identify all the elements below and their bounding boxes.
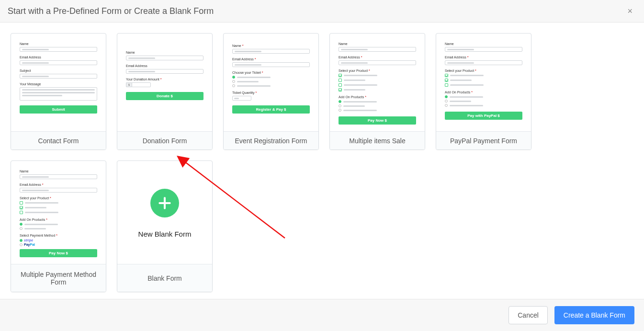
submit-button-preview: Submit — [20, 105, 97, 114]
checkbox-option — [445, 74, 522, 77]
radio-option — [339, 109, 416, 112]
field-label: Select your Product — [339, 69, 416, 72]
submit-button-preview: Pay Now $ — [339, 116, 416, 125]
template-card-paypal[interactable]: Name Email Address Select your Product A… — [436, 33, 531, 150]
checkbox-option — [339, 88, 416, 91]
currency-symbol: $ — [126, 82, 132, 87]
submit-button-preview: Pay with PayPal $ — [445, 112, 522, 120]
field-label: Add On Products — [445, 91, 522, 94]
checkbox-option — [445, 79, 522, 82]
field-label: Name — [20, 170, 97, 173]
create-blank-form-button[interactable]: Create a Blank Form — [554, 306, 634, 324]
text-field — [232, 49, 310, 54]
radio-option — [339, 100, 416, 103]
field-label: Email Address — [20, 183, 97, 186]
field-label: Name — [232, 44, 310, 47]
radio-option — [445, 104, 522, 107]
card-preview: Name Email Address Select your Product A… — [330, 34, 425, 131]
checkbox-option — [20, 201, 97, 205]
field-label: Name — [445, 42, 522, 46]
template-card-multi-sale[interactable]: Name Email Address Select your Product A… — [329, 33, 425, 150]
template-card-multi-payment[interactable]: Name Email Address Select your Product A… — [11, 160, 106, 292]
submit-button-preview: Register & Pay $ — [232, 105, 310, 114]
modal-header: Start with a Pre-Defined Form or Create … — [0, 0, 644, 23]
field-label: Name — [339, 42, 416, 46]
checkbox-option — [20, 206, 97, 209]
card-preview: Name Email Address Choose your Ticket Ti… — [224, 34, 318, 131]
field-label: Your Donation Amount — [126, 78, 203, 81]
field-label: Select Payment Method — [20, 234, 97, 237]
card-label: Donation Form — [117, 131, 212, 149]
radio-option — [232, 76, 310, 79]
stripe-option: stripe — [20, 239, 97, 242]
number-field — [232, 96, 251, 101]
cancel-button[interactable]: Cancel — [508, 306, 548, 324]
card-label: Multiple Payment Method Form — [11, 264, 106, 292]
card-label: Event Registration Form — [224, 131, 318, 149]
radio-option — [232, 84, 310, 87]
field-label: Choose your Ticket — [232, 71, 310, 74]
radio-option — [445, 95, 522, 98]
card-preview: Name Email Address Select your Product A… — [436, 34, 531, 131]
modal-body: Name Email Address Subject Your Message … — [0, 23, 644, 299]
template-card-contact[interactable]: Name Email Address Subject Your Message … — [11, 33, 106, 150]
card-preview: Name Email Address Your Donation Amount … — [117, 34, 212, 131]
template-card-event[interactable]: Name Email Address Choose your Ticket Ti… — [223, 33, 319, 150]
field-label: Add On Products — [339, 95, 416, 99]
field-label: Email Address — [232, 57, 310, 61]
card-label: Blank Form — [117, 264, 212, 292]
radio-option — [339, 104, 416, 107]
text-field — [20, 60, 97, 65]
text-field — [126, 69, 203, 74]
text-field — [20, 188, 97, 193]
text-field — [20, 174, 97, 179]
field-label: Email Address — [445, 56, 522, 59]
currency-field: $ — [126, 82, 203, 87]
modal-title: Start with a Pre-Defined Form or Create … — [8, 6, 214, 16]
text-field — [445, 60, 522, 65]
radio-option — [445, 100, 522, 103]
card-preview: New Blank Form — [117, 161, 212, 264]
plus-icon — [150, 189, 179, 217]
field-label: Email Address — [126, 64, 203, 68]
card-label: PayPal Payment Form — [436, 131, 531, 149]
field-label: Email Address — [20, 56, 97, 59]
blank-form-text: New Blank Form — [138, 230, 192, 238]
radio-option — [20, 223, 97, 226]
template-card-blank[interactable]: New Blank Form Blank Form — [117, 160, 213, 292]
field-label: Select your Product — [20, 196, 97, 200]
text-field — [126, 56, 203, 60]
card-preview: Name Email Address Subject Your Message … — [11, 34, 106, 131]
close-icon[interactable]: × — [623, 5, 636, 17]
radio-option — [20, 227, 97, 230]
template-grid: Name Email Address Subject Your Message … — [11, 33, 633, 292]
checkbox-option — [339, 74, 416, 77]
submit-button-preview: Pay Now $ — [20, 249, 97, 257]
text-field — [232, 62, 310, 67]
checkbox-option — [445, 83, 522, 87]
radio-option — [232, 80, 310, 83]
text-field — [339, 47, 416, 52]
field-label: Email Address — [339, 56, 416, 59]
field-label: Select your Product — [445, 69, 522, 72]
textarea-field — [20, 87, 97, 101]
text-field — [339, 60, 416, 65]
field-label: Add On Products — [20, 218, 97, 221]
card-preview: Name Email Address Select your Product A… — [11, 161, 106, 264]
card-label: Multiple items Sale — [330, 131, 425, 149]
field-label: Name — [126, 51, 203, 54]
field-label: Your Message — [20, 82, 97, 86]
checkbox-option — [339, 83, 416, 87]
text-field — [445, 47, 522, 52]
template-card-donation[interactable]: Name Email Address Your Donation Amount … — [117, 33, 213, 150]
field-label: Subject — [20, 69, 97, 72]
checkbox-option — [339, 79, 416, 82]
checkbox-option — [20, 211, 97, 214]
text-field — [20, 74, 97, 79]
field-label: Name — [20, 42, 97, 46]
paypal-option: PayPal — [20, 243, 97, 246]
text-field — [20, 47, 97, 52]
submit-button-preview: Donate $ — [126, 92, 203, 100]
form-template-modal: Start with a Pre-Defined Form or Create … — [0, 0, 644, 331]
card-label: Contact Form — [11, 131, 106, 149]
